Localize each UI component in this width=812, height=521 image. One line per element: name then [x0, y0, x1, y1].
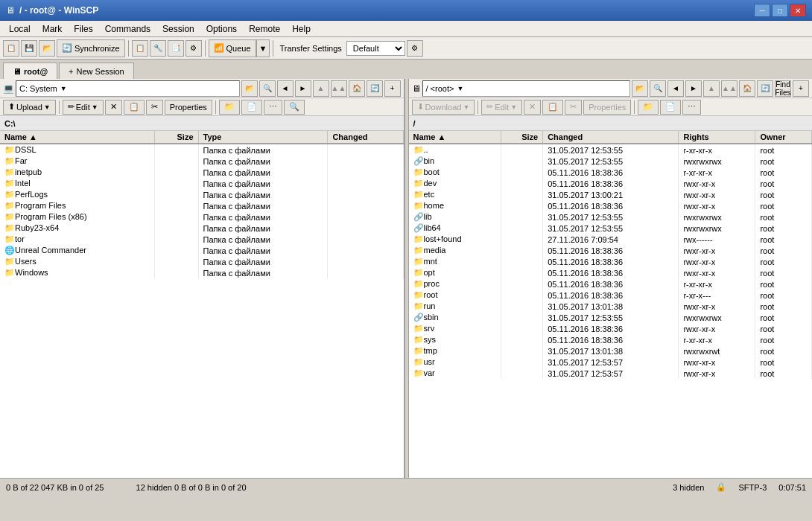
left-file-row[interactable]: 📁Program Files Папка с файлами	[0, 200, 403, 211]
left-file-row[interactable]: 📁DSSL Папка с файлами	[0, 144, 403, 156]
right-file-list[interactable]: Name ▲ Size Changed Rights Owner 📁.. 31.…	[409, 131, 813, 478]
right-file-row[interactable]: 🔗lib 31.05.2017 12:53:55 rwxrwxrwx root	[409, 211, 812, 223]
menu-files[interactable]: Files	[68, 22, 98, 36]
right-file-row[interactable]: 🔗bin 31.05.2017 12:53:55 rwxrwxrwx root	[409, 156, 812, 167]
right-col-changed[interactable]: Changed	[543, 131, 679, 144]
left-browse-btn[interactable]: 📂	[241, 80, 258, 97]
right-mkdir-button[interactable]: 📁	[638, 100, 659, 115]
left-edit-button[interactable]: ✏ Edit ▼	[63, 100, 104, 115]
right-properties-button[interactable]: Properties	[583, 100, 631, 115]
right-file-row[interactable]: 📁run 31.05.2017 13:01:38 rwxr-xr-x root	[409, 301, 812, 312]
left-file-row[interactable]: 📁PerfLogs Папка с файлами	[0, 189, 403, 200]
left-file-row[interactable]: 📁Windows Папка с файлами	[0, 267, 403, 278]
maximize-button[interactable]: □	[772, 4, 788, 17]
right-addr-dropdown[interactable]: ▼	[457, 85, 463, 92]
left-refresh-btn[interactable]: 🔄	[367, 80, 383, 97]
right-edit-button[interactable]: ✏ Edit ▼	[481, 100, 522, 115]
menu-session[interactable]: Session	[156, 22, 200, 36]
left-more-button[interactable]: ⋯	[264, 100, 282, 115]
left-file-row[interactable]: 📁Ruby23-x64 Папка с файлами	[0, 223, 403, 234]
tb-btn-1[interactable]: 📋	[3, 40, 19, 57]
right-add-btn[interactable]: +	[793, 80, 809, 97]
left-filter-btn[interactable]: 🔍	[259, 80, 276, 97]
right-file-row[interactable]: 📁root 05.11.2016 18:38:36 r-xr-x--- root	[409, 290, 812, 301]
left-copy-button[interactable]: 📋	[124, 100, 145, 115]
left-nav-fwd[interactable]: ►	[295, 80, 311, 97]
left-file-row[interactable]: 📁tor Папка с файлами	[0, 234, 403, 245]
right-move-button[interactable]: ✂	[565, 100, 582, 115]
left-file-row[interactable]: 📁Users Папка с файлами	[0, 256, 403, 267]
right-file-row[interactable]: 📁var 31.05.2017 12:53:57 rwxr-xr-x root	[409, 368, 812, 379]
left-mkdir-button[interactable]: 📁	[219, 100, 240, 115]
upload-button[interactable]: ⬆ Upload ▼	[3, 100, 56, 115]
synchronize-button[interactable]: 🔄 Synchronize	[57, 39, 125, 57]
left-col-type[interactable]: Type	[198, 131, 328, 144]
right-nav-up[interactable]: ▲	[703, 80, 720, 97]
right-file-row[interactable]: 📁home 05.11.2016 18:38:36 rwxr-xr-x root	[409, 200, 812, 211]
right-file-row[interactable]: 📁mnt 05.11.2016 18:38:36 rwxr-xr-x root	[409, 256, 812, 267]
right-address-bar[interactable]: / <root> ▼	[422, 80, 631, 97]
tab-session-1[interactable]: 🖥 root@	[3, 63, 57, 79]
transfer-settings-btn[interactable]: ⚙	[407, 40, 423, 57]
close-button[interactable]: ✕	[790, 4, 806, 17]
menu-local[interactable]: Local	[3, 22, 37, 36]
menu-remote[interactable]: Remote	[243, 22, 286, 36]
tab-new-session[interactable]: + New Session	[59, 63, 134, 79]
right-more-button[interactable]: ⋯	[682, 100, 701, 115]
right-newfile-button[interactable]: 📄	[660, 100, 681, 115]
left-delete-button[interactable]: ✕	[105, 100, 122, 115]
right-file-row[interactable]: 📁opt 05.11.2016 18:38:36 rwxr-xr-x root	[409, 267, 812, 278]
minimize-button[interactable]: ─	[754, 4, 770, 17]
right-filter-btn[interactable]: 🔍	[650, 80, 666, 97]
right-file-row[interactable]: 📁boot 05.11.2016 18:38:36 r-xr-xr-x root	[409, 167, 812, 178]
right-nav-fwd[interactable]: ►	[685, 80, 702, 97]
left-file-row[interactable]: 🌐Unreal Commander Папка с файлами	[0, 245, 403, 256]
left-address-bar[interactable]: C: System ▼	[16, 80, 240, 97]
right-file-row[interactable]: 📁dev 05.11.2016 18:38:36 rwxr-xr-x root	[409, 178, 812, 189]
queue-button[interactable]: 📶 Queue ▼	[209, 39, 270, 57]
menu-mark[interactable]: Mark	[37, 22, 69, 36]
right-copy-button[interactable]: 📋	[542, 100, 563, 115]
queue-arrow-btn[interactable]: ▼	[256, 39, 270, 57]
left-file-row[interactable]: 📁Program Files (x86) Папка с файлами	[0, 211, 403, 223]
right-file-row[interactable]: 📁sys 05.11.2016 18:38:36 r-xr-xr-x root	[409, 334, 812, 345]
right-file-row[interactable]: 🔗lib64 31.05.2017 12:53:55 rwxrwxrwx roo…	[409, 223, 812, 234]
right-refresh-btn[interactable]: 🔄	[757, 80, 773, 97]
tb-btn-2[interactable]: 💾	[21, 40, 37, 57]
right-file-row[interactable]: 📁srv 05.11.2016 18:38:36 rwxr-xr-x root	[409, 323, 812, 334]
left-nav-up2[interactable]: ▲▲	[331, 80, 347, 97]
left-home-btn[interactable]: 🏠	[349, 80, 365, 97]
download-button[interactable]: ⬇ Download ▼	[412, 100, 475, 115]
left-col-size[interactable]: Size	[154, 131, 198, 144]
tb-btn-7[interactable]: ⚙	[185, 40, 202, 57]
right-file-row[interactable]: 📁media 05.11.2016 18:38:36 rwxr-xr-x roo…	[409, 245, 812, 256]
right-browse-btn[interactable]: 📂	[632, 80, 648, 97]
transfer-settings-select[interactable]: Default Binary Text Automatic	[346, 41, 405, 56]
left-nav-up[interactable]: ▲	[313, 80, 329, 97]
right-home-btn[interactable]: 🏠	[739, 80, 755, 97]
right-delete-button[interactable]: ✕	[524, 100, 541, 115]
left-filter2-button[interactable]: 🔍	[284, 100, 305, 115]
left-col-name[interactable]: Name ▲	[0, 131, 154, 144]
left-col-changed[interactable]: Changed	[328, 131, 403, 144]
right-file-row[interactable]: 📁proc 05.11.2016 18:38:36 r-xr-xr-x root	[409, 278, 812, 290]
left-newfile-button[interactable]: 📄	[241, 100, 262, 115]
right-col-owner[interactable]: Owner	[755, 131, 812, 144]
right-nav-back[interactable]: ◄	[667, 80, 684, 97]
left-file-list[interactable]: Name ▲ Size Type Changed 📁DSSL Папка с ф…	[0, 131, 404, 478]
right-file-row[interactable]: 📁usr 31.05.2017 12:53:57 rwxr-xr-x root	[409, 357, 812, 368]
left-nav-back[interactable]: ◄	[277, 80, 294, 97]
tb-btn-6[interactable]: 📑	[168, 40, 184, 57]
left-move-button[interactable]: ✂	[146, 100, 163, 115]
right-file-row[interactable]: 🔗sbin 31.05.2017 12:53:55 rwxrwxrwx root	[409, 312, 812, 323]
tb-btn-5[interactable]: 🔧	[150, 40, 166, 57]
right-file-row[interactable]: 📁.. 31.05.2017 12:53:55 r-xr-xr-x root	[409, 144, 812, 156]
right-nav-up2[interactable]: ▲▲	[721, 80, 738, 97]
right-file-row[interactable]: 📁tmp 31.05.2017 13:01:38 rwxrwxrwt root	[409, 345, 812, 357]
right-file-row[interactable]: 📁lost+found 27.11.2016 7:09:54 rwx------…	[409, 234, 812, 245]
right-col-size[interactable]: Size	[501, 131, 543, 144]
right-col-name[interactable]: Name ▲	[409, 131, 501, 144]
queue-main-btn[interactable]: 📶 Queue	[209, 39, 256, 57]
menu-help[interactable]: Help	[286, 22, 317, 36]
menu-commands[interactable]: Commands	[99, 22, 156, 36]
